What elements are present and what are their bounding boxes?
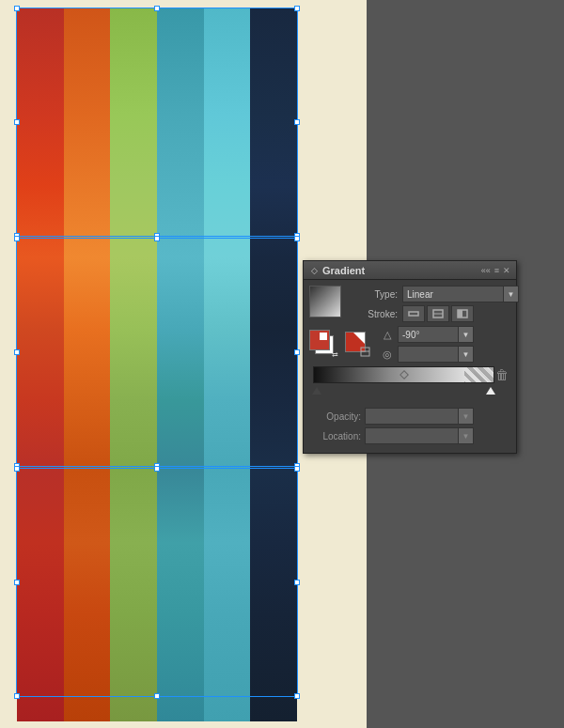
stroke-label: Stroke: xyxy=(349,309,398,319)
gradient-col-2 xyxy=(64,8,111,721)
angle-dropdown[interactable]: -90° xyxy=(398,326,459,343)
gradient-col-4 xyxy=(157,8,204,721)
panel-titlebar[interactable]: ◇ Gradient «« ≡ ✕ xyxy=(304,261,516,280)
opacity-dropdown-arrow[interactable]: ▼ xyxy=(459,408,474,425)
gradient-bar-delete-button[interactable]: 🗑 xyxy=(495,366,509,383)
stroke-btn-1[interactable] xyxy=(402,305,425,322)
angle-icon: △ xyxy=(381,329,394,341)
gradient-col-5 xyxy=(204,8,251,721)
type-label: Type: xyxy=(349,289,398,300)
second-dropdown-arrow[interactable]: ▼ xyxy=(459,346,474,363)
panel-menu-button[interactable]: ≡ xyxy=(494,266,499,275)
panel-expand-button[interactable]: «« xyxy=(481,266,491,275)
gradient-col-3 xyxy=(110,8,157,721)
artwork-main xyxy=(17,8,297,721)
gradient-panel: ◇ Gradient «« ≡ ✕ Type: xyxy=(303,260,517,454)
gradient-col-1 xyxy=(17,8,64,721)
location-label: Location: xyxy=(309,431,361,441)
stroke-btn-3[interactable] xyxy=(451,305,474,322)
gradient-stop-right[interactable] xyxy=(486,387,495,395)
opacity-row: Opacity: ▼ xyxy=(309,408,510,425)
type-dropdown-value: Linear xyxy=(407,289,433,300)
stroke-buttons xyxy=(402,305,474,322)
angle-dropdown-arrow[interactable]: ▼ xyxy=(459,326,474,343)
svg-rect-4 xyxy=(458,310,462,318)
swap-colors-button[interactable]: ⇄ xyxy=(330,350,339,360)
location-row: Location: ▼ xyxy=(309,427,510,444)
gradient-panel-icon: ◇ xyxy=(309,266,319,275)
gradient-bar[interactable] xyxy=(313,366,494,383)
panel-body: Type: Linear ▼ Stroke: xyxy=(304,280,516,453)
panel-close-button[interactable]: ✕ xyxy=(503,266,510,275)
location-dropdown[interactable] xyxy=(365,427,459,444)
second-dropdown[interactable] xyxy=(398,346,459,363)
canvas-area: ◇ Gradient «« ≡ ✕ Type: xyxy=(0,0,367,728)
gradient-preview-thumbnail[interactable] xyxy=(309,286,341,318)
opacity-dropdown[interactable] xyxy=(365,408,459,425)
gradient-col-6 xyxy=(250,8,297,721)
type-dropdown[interactable]: Linear xyxy=(402,286,504,302)
gradient-stop-left[interactable] xyxy=(312,387,321,395)
panel-title-controls: «« ≡ ✕ xyxy=(481,266,510,275)
opacity-label: Opacity: xyxy=(309,411,361,422)
swatch-icon-2[interactable] xyxy=(360,347,371,358)
circle-icon: ◎ xyxy=(381,349,394,361)
location-dropdown-arrow[interactable]: ▼ xyxy=(459,427,474,444)
angle-value: -90° xyxy=(402,330,419,340)
stroke-btn-2[interactable] xyxy=(427,305,449,322)
svg-rect-0 xyxy=(409,312,418,316)
type-dropdown-arrow[interactable]: ▼ xyxy=(504,286,519,302)
panel-title: Gradient xyxy=(322,265,481,276)
